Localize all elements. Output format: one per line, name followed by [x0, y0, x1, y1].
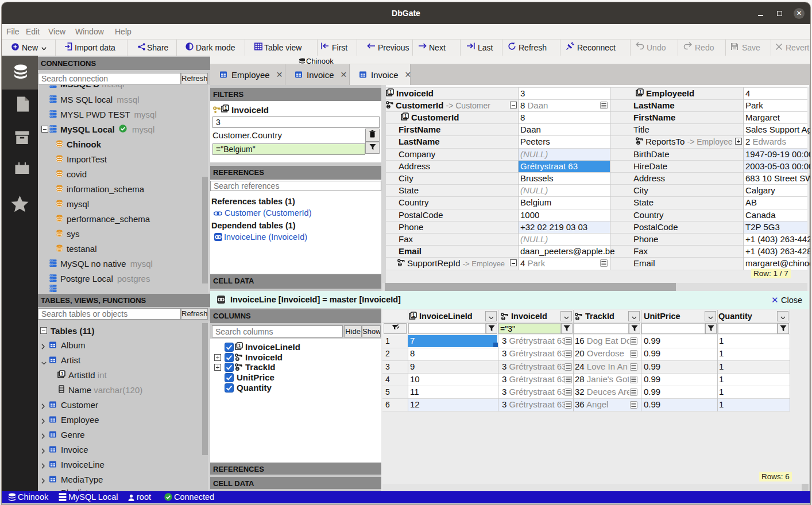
svg-text:1: 1 — [238, 343, 241, 348]
svg-text:1: 1 — [225, 105, 227, 111]
svg-text:1: 1 — [412, 312, 415, 317]
svg-text:1: 1 — [639, 88, 642, 94]
svg-text:1: 1 — [404, 113, 407, 119]
svg-text:1: 1 — [389, 88, 392, 94]
svg-text:1: 1 — [61, 371, 64, 376]
